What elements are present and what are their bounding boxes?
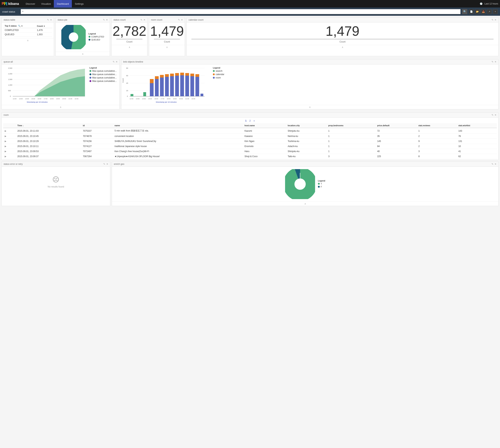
svg-text:0: 0 xyxy=(10,95,11,97)
svg-rect-51 xyxy=(175,76,179,96)
room-count-header: room count ✎ ✕ xyxy=(149,17,185,22)
room-count-edit-icon[interactable]: ✎ xyxy=(178,18,180,21)
col-city[interactable]: location.city xyxy=(286,123,327,128)
kibana-logo: kibana xyxy=(2,2,19,6)
svg-rect-49 xyxy=(170,76,174,96)
geo-collapse[interactable]: ∧ xyxy=(112,202,498,206)
status-pie-actions: ✎ ✕ xyxy=(103,18,108,21)
svg-rect-56 xyxy=(185,73,189,76)
plus-icon[interactable]: + xyxy=(493,9,498,14)
external-icon[interactable]: ↗ xyxy=(487,9,492,14)
save-icon[interactable]: 📄 xyxy=(469,9,474,14)
bnb-label-search: search xyxy=(216,70,223,72)
geo-edit-icon[interactable]: ✎ xyxy=(492,163,493,165)
svg-text:20:00: 20:00 xyxy=(179,98,183,100)
search-bar-title: crawl status xyxy=(2,10,19,13)
error-close-icon[interactable]: ✕ xyxy=(106,163,108,165)
count-completed: 1,479 xyxy=(35,28,52,32)
status-col-header[interactable]: Top 5 status 🔍 ⇕ xyxy=(3,24,35,28)
bnb-chart-container: Count 80 60 40 20 0 xyxy=(122,66,498,103)
svg-text:15:00: 15:00 xyxy=(148,98,152,100)
price-cell: 84 xyxy=(376,144,417,149)
nav-discover[interactable]: Discover xyxy=(23,0,38,7)
expand-cell[interactable]: ▶ xyxy=(3,154,16,159)
svg-text:18:00: 18:00 xyxy=(50,98,54,100)
smiley-icon: ☹ xyxy=(7,176,105,184)
expand-cell[interactable]: ▶ xyxy=(3,128,16,134)
svg-text:15:00: 15:00 xyxy=(31,98,35,100)
status-pie-collapse[interactable]: ∧ xyxy=(56,52,110,56)
status-table-collapse[interactable]: ∧ xyxy=(2,38,54,43)
count-sort-icon[interactable]: ⇕ xyxy=(44,25,45,27)
page-next[interactable]: » xyxy=(252,119,256,123)
page-2[interactable]: 2 xyxy=(248,119,252,123)
legend-item-queued: QUEUED xyxy=(88,39,104,41)
expand-cell[interactable]: ▶ xyxy=(3,134,16,139)
bnb-close-icon[interactable]: ✕ xyxy=(495,61,497,63)
room-table: Time ↓ id name host.name location.city p… xyxy=(3,123,497,159)
room-count-title: room count xyxy=(151,18,162,21)
nav-dashboard[interactable]: Dashboard xyxy=(54,0,72,7)
svg-text:16:00: 16:00 xyxy=(37,98,41,100)
bnb-collapse[interactable]: ∧ xyxy=(121,105,498,109)
svg-text:20: 20 xyxy=(126,90,128,92)
page-1[interactable]: 1 xyxy=(244,119,248,123)
col-reviews[interactable]: stat.reviews xyxy=(417,123,457,128)
search-input[interactable] xyxy=(21,9,461,14)
name-cell: 5 min walk from 西新宿五丁目 sta. xyxy=(113,128,243,134)
search-filter-icon[interactable]: 🔍 xyxy=(18,25,21,27)
col-price[interactable]: price.default xyxy=(376,123,417,128)
status-pie-edit-icon[interactable]: ✎ xyxy=(103,18,105,21)
price-cell: 145 xyxy=(376,139,417,144)
status-pie-close-icon[interactable]: ✕ xyxy=(106,18,108,21)
col-id[interactable]: id xyxy=(81,123,113,128)
room-count-label: Count xyxy=(150,40,184,43)
queue-title: queue-all xyxy=(3,61,13,63)
status-count-close-icon[interactable]: ✕ xyxy=(143,18,145,21)
queue-close-icon[interactable]: ✕ xyxy=(116,61,118,63)
svg-text:14:00: 14:00 xyxy=(142,98,146,100)
col-name[interactable]: name xyxy=(113,123,243,128)
bnb-edit-icon[interactable]: ✎ xyxy=(492,61,493,63)
sort-icon[interactable]: ⇕ xyxy=(21,25,23,27)
nav-settings[interactable]: Settings xyxy=(72,0,87,7)
share-icon[interactable]: 📤 xyxy=(481,9,486,14)
error-edit-icon[interactable]: ✎ xyxy=(103,163,105,165)
geo-close-icon[interactable]: ✕ xyxy=(495,163,497,165)
room-count-close-icon[interactable]: ✕ xyxy=(181,18,183,21)
status-count-collapse[interactable]: ∧ xyxy=(112,45,147,49)
room-panel-actions: ✎ ✕ xyxy=(492,114,497,116)
calendar-count-collapse[interactable]: ∧ xyxy=(187,45,498,49)
status-table-close-icon[interactable]: ✕ xyxy=(50,18,52,21)
bnb-legend: Legend search calendar room xyxy=(212,66,231,80)
table-row: ▶ 2015.09.01, 23:10:11 7074127 tradition… xyxy=(3,144,497,149)
time-cell: 2015.09.01, 23:09:37 xyxy=(16,154,81,159)
queue-collapse[interactable]: ∧ xyxy=(2,105,120,109)
expand-cell[interactable]: ▶ xyxy=(3,144,16,149)
calendar-count-close-icon[interactable]: ✕ xyxy=(495,18,497,21)
load-icon[interactable]: 📂 xyxy=(475,9,480,14)
room-count-collapse[interactable]: ∧ xyxy=(149,45,185,49)
status-table-edit-icon[interactable]: ✎ xyxy=(47,18,49,21)
col-hostname[interactable]: host.name xyxy=(243,123,286,128)
error-header: status error or retry ✎ ✕ xyxy=(2,162,110,167)
status-queued: QUEUED xyxy=(3,32,35,37)
col-bedrooms[interactable]: prop.bedrooms xyxy=(327,123,376,128)
col-time[interactable]: Time ↓ xyxy=(16,123,81,128)
room-count-panel: room count ✎ ✕ 1,479 Count ∧ xyxy=(149,17,185,56)
status-table-content: Top 5 status 🔍 ⇕ Count ⇕ C xyxy=(2,22,54,38)
calendar-count-edit-icon[interactable]: ✎ xyxy=(492,18,493,21)
nav-visualize[interactable]: Visualize xyxy=(38,0,54,7)
expand-cell[interactable]: ▶ xyxy=(3,149,16,154)
geo-dot-F xyxy=(318,186,320,188)
geo-content: Legend T F xyxy=(112,167,498,202)
expand-cell[interactable]: ▶ xyxy=(3,139,16,144)
status-count-edit-icon[interactable]: ✎ xyxy=(140,18,142,21)
room-close-icon[interactable]: ✕ xyxy=(495,114,497,116)
room-edit-icon[interactable]: ✎ xyxy=(492,114,493,116)
queue-edit-icon[interactable]: ✎ xyxy=(113,61,115,63)
search-button[interactable]: 🔍 xyxy=(462,9,467,14)
time-range[interactable]: Last 12 hours xyxy=(484,2,498,5)
count-col-header[interactable]: Count ⇕ xyxy=(35,24,52,28)
col-wishlist[interactable]: stat.wishlist xyxy=(457,123,497,128)
